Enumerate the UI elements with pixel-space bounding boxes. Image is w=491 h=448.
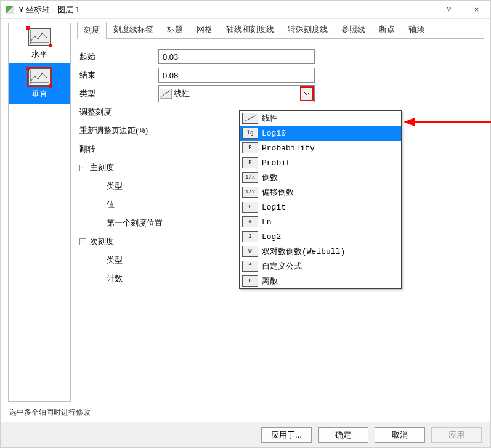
dropdown-option-reciprocal[interactable]: 1/x 倒数 bbox=[240, 170, 401, 185]
close-button[interactable]: × bbox=[463, 1, 490, 19]
axis-item-label: 垂直 bbox=[31, 89, 47, 100]
weibull-icon: W bbox=[242, 246, 258, 257]
footer-hint: 选中多个轴同时进行修改 bbox=[1, 405, 490, 422]
dropdown-option-probability[interactable]: P Probability bbox=[240, 141, 401, 155]
margin-label: 重新调整页边距(%) bbox=[79, 125, 148, 136]
type-dropdown-list[interactable]: 线性 lg Log10 P Probability P Probit bbox=[239, 110, 402, 289]
probability-icon: P bbox=[242, 142, 258, 153]
dropdown-option-probit[interactable]: P Probit bbox=[240, 155, 401, 170]
reciprocal-icon: 1/x bbox=[242, 172, 258, 183]
ln-icon: e bbox=[242, 216, 258, 227]
tab-axis-ticks[interactable]: 轴线和刻度线 bbox=[219, 21, 281, 38]
app-icon bbox=[6, 6, 14, 14]
minor-type-label: 类型 bbox=[79, 255, 158, 266]
minor-ticks-group[interactable]: −次刻度 bbox=[79, 236, 158, 247]
help-button[interactable]: ? bbox=[435, 1, 463, 19]
tab-reference-lines[interactable]: 参照线 bbox=[335, 21, 372, 38]
svg-line-6 bbox=[245, 116, 256, 121]
titlebar: Y 坐标轴 - 图层 1 ? × bbox=[1, 1, 490, 19]
axis-item-label: 水平 bbox=[31, 49, 47, 60]
logit-icon: L bbox=[242, 202, 258, 213]
dropdown-option-logit[interactable]: L Logit bbox=[240, 200, 401, 214]
ok-button[interactable]: 确定 bbox=[318, 427, 368, 443]
major-type-label: 类型 bbox=[79, 181, 158, 192]
start-input[interactable] bbox=[158, 49, 315, 64]
tab-bar: 刻度 刻度线标签 标题 网格 轴线和刻度线 特殊刻度线 参照线 断点 轴须 bbox=[77, 23, 484, 39]
custom-formula-icon: f bbox=[242, 261, 258, 272]
log2-icon: 2 bbox=[242, 231, 258, 242]
start-label: 起始 bbox=[79, 51, 158, 62]
dropdown-option-log2[interactable]: 2 Log2 bbox=[240, 229, 401, 244]
window-title: Y 坐标轴 - 图层 1 bbox=[18, 4, 79, 15]
first-tick-label: 第一个刻度位置 bbox=[79, 218, 163, 229]
type-combobox[interactable]: 线性 bbox=[158, 85, 315, 102]
dropdown-option-discrete[interactable]: D 离散 bbox=[240, 274, 401, 288]
axis-item-horizontal[interactable]: 水平 bbox=[9, 23, 70, 63]
offset-reciprocal-icon: 1/x bbox=[242, 187, 258, 198]
collapse-icon[interactable]: − bbox=[79, 165, 86, 171]
type-label: 类型 bbox=[79, 88, 158, 99]
tab-breaks[interactable]: 断点 bbox=[372, 21, 402, 38]
axis-thumb-icon bbox=[28, 28, 51, 46]
dropdown-option-custom[interactable]: f 自定义公式 bbox=[240, 259, 401, 274]
adjust-scale-label: 调整刻度 bbox=[79, 107, 158, 118]
form-area: 起始 结束 类型 线性 bbox=[77, 39, 484, 288]
collapse-icon[interactable]: − bbox=[79, 238, 86, 245]
axis-list[interactable]: 水平 垂直 bbox=[8, 23, 71, 402]
dialog-window: Y 坐标轴 - 图层 1 ? × 水平 垂直 bbox=[0, 0, 491, 448]
dropdown-option-weibull[interactable]: W 双对数倒数(Weibull) bbox=[240, 244, 401, 259]
apply-to-button[interactable]: 应用于... bbox=[261, 427, 312, 443]
tab-rug[interactable]: 轴须 bbox=[402, 21, 431, 38]
tab-title[interactable]: 标题 bbox=[160, 21, 190, 38]
dropdown-option-linear[interactable]: 线性 bbox=[240, 111, 401, 126]
cancel-button[interactable]: 取消 bbox=[375, 427, 425, 443]
end-label: 结束 bbox=[79, 70, 158, 81]
type-selected-text: 线性 bbox=[172, 88, 300, 99]
end-input[interactable] bbox=[158, 68, 315, 83]
log10-icon: lg bbox=[242, 128, 258, 139]
axis-thumb-icon bbox=[28, 68, 51, 86]
minor-count-label: 计数 bbox=[79, 273, 158, 284]
dropdown-option-log10[interactable]: lg Log10 bbox=[240, 126, 401, 141]
linear-icon bbox=[159, 89, 172, 99]
tab-special-ticks[interactable]: 特殊刻度线 bbox=[281, 21, 335, 38]
major-ticks-group[interactable]: −主刻度 bbox=[79, 162, 158, 173]
dropdown-option-ln[interactable]: e Ln bbox=[240, 214, 401, 229]
flip-label: 翻转 bbox=[79, 144, 158, 155]
linear-icon bbox=[242, 113, 258, 124]
tab-scale[interactable]: 刻度 bbox=[77, 22, 107, 39]
probit-icon: P bbox=[242, 157, 258, 168]
tab-grid[interactable]: 网格 bbox=[190, 21, 219, 38]
discrete-icon: D bbox=[242, 275, 258, 287]
major-value-label: 值 bbox=[79, 199, 158, 210]
tab-tick-labels[interactable]: 刻度线标签 bbox=[107, 21, 160, 38]
dropdown-option-offset-reciprocal[interactable]: 1/x 偏移倒数 bbox=[240, 185, 401, 200]
axis-item-vertical[interactable]: 垂直 bbox=[9, 63, 70, 104]
dropdown-arrow-button[interactable] bbox=[300, 86, 314, 101]
apply-button[interactable]: 应用 bbox=[431, 427, 482, 443]
button-bar: 应用于... 确定 取消 应用 bbox=[1, 422, 490, 447]
